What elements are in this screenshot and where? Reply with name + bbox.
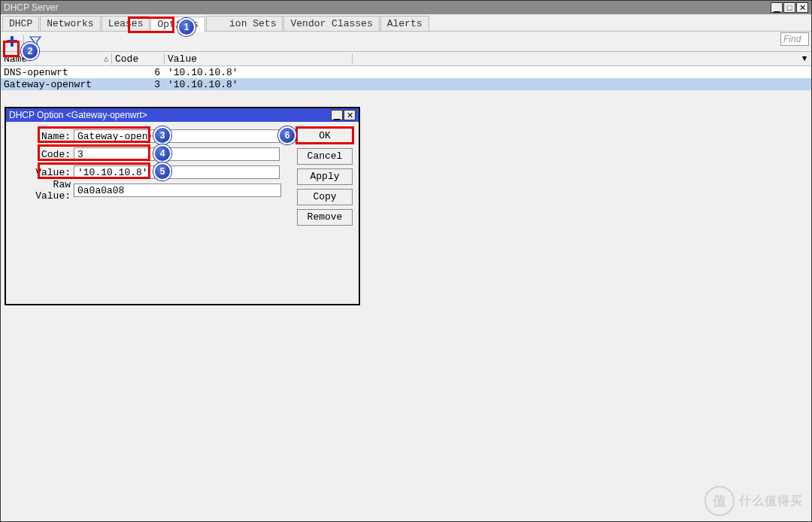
cell-code: 6 xyxy=(112,67,165,78)
filter-button[interactable] xyxy=(29,35,42,48)
code-label: Code: xyxy=(14,149,74,160)
dialog-button-column: OK Cancel Apply Copy Remove xyxy=(297,128,353,229)
cancel-button[interactable]: Cancel xyxy=(297,148,353,165)
dialog-body: Name: Code: Value: Raw Value: OK Cancel … xyxy=(6,122,359,206)
window-title: DHCP Server xyxy=(4,2,58,13)
col-code[interactable]: Code xyxy=(112,53,165,65)
name-field-ext[interactable] xyxy=(159,129,280,143)
cell-code: 3 xyxy=(112,79,165,90)
add-button[interactable] xyxy=(5,35,19,48)
tab-dhcp[interactable]: DHCP xyxy=(2,16,39,31)
code-field[interactable] xyxy=(74,147,155,161)
cell-name: Gateway-openwrt xyxy=(1,79,112,90)
ok-button[interactable]: OK xyxy=(297,128,353,144)
table-header: Name △ Code Value ▼ xyxy=(1,52,811,66)
find-input[interactable]: Find xyxy=(780,32,809,46)
cell-value: '10.10.10.8' xyxy=(165,79,811,90)
close-button[interactable]: ✕ xyxy=(796,2,808,13)
table-row[interactable]: DNS-openwrt 6 '10.10.10.8' xyxy=(1,66,811,78)
sort-asc-icon: △ xyxy=(104,54,108,63)
divider xyxy=(23,35,24,48)
name-field[interactable] xyxy=(74,129,155,143)
dialog-title: DHCP Option <Gateway-openwrt> xyxy=(9,110,147,120)
raw-value-label: Raw Value: xyxy=(14,179,74,202)
value-field[interactable] xyxy=(74,165,155,179)
code-field-ext[interactable] xyxy=(159,147,280,161)
raw-value-field[interactable] xyxy=(74,184,281,197)
dhcp-option-dialog: DHCP Option <Gateway-openwrt> ▁ ✕ Name: … xyxy=(5,107,360,305)
watermark-text: 什么值得买 xyxy=(739,493,803,509)
toolbar xyxy=(1,32,811,51)
remove-button[interactable]: Remove xyxy=(297,209,353,226)
tab-options[interactable]: Options xyxy=(150,17,205,32)
name-label: Name: xyxy=(14,131,74,142)
col-name-label: Name xyxy=(4,53,27,65)
tab-option-sets[interactable]: ion Sets xyxy=(206,16,283,31)
col-name[interactable]: Name △ xyxy=(1,53,112,65)
table-row[interactable]: Gateway-openwrt 3 '10.10.10.8' xyxy=(1,78,811,90)
col-value[interactable]: Value xyxy=(165,53,353,65)
cell-name: DNS-openwrt xyxy=(1,67,112,78)
options-table: Name △ Code Value ▼ DNS-openwrt 6 '10.10… xyxy=(1,51,811,90)
tab-vendor-classes[interactable]: Vendor Classes xyxy=(283,16,379,31)
value-label: Value: xyxy=(14,167,74,178)
titlebar: DHCP Server ▁ □ ✕ xyxy=(1,1,811,14)
cell-value: '10.10.10.8' xyxy=(165,67,811,78)
tab-leases[interactable]: Leases xyxy=(102,16,150,31)
maximize-button[interactable]: □ xyxy=(783,2,795,13)
funnel-icon xyxy=(29,35,41,47)
copy-button[interactable]: Copy xyxy=(297,189,353,205)
tab-networks[interactable]: Networks xyxy=(40,16,100,31)
tab-alerts[interactable]: Alerts xyxy=(380,16,429,31)
tabs-bar: DHCP Networks Leases Options ion Sets Ve… xyxy=(1,14,811,32)
dialog-minimize-button[interactable]: ▁ xyxy=(331,110,343,120)
plus-icon xyxy=(6,35,18,47)
value-field-ext[interactable] xyxy=(159,165,280,179)
apply-button[interactable]: Apply xyxy=(297,168,353,185)
minimize-button[interactable]: ▁ xyxy=(771,2,783,13)
dialog-close-button[interactable]: ✕ xyxy=(344,110,356,120)
watermark: 值 什么值得买 xyxy=(704,486,803,516)
watermark-badge: 值 xyxy=(704,486,735,516)
dialog-titlebar: DHCP Option <Gateway-openwrt> ▁ ✕ xyxy=(6,108,359,122)
column-menu-button[interactable]: ▼ xyxy=(798,54,811,63)
